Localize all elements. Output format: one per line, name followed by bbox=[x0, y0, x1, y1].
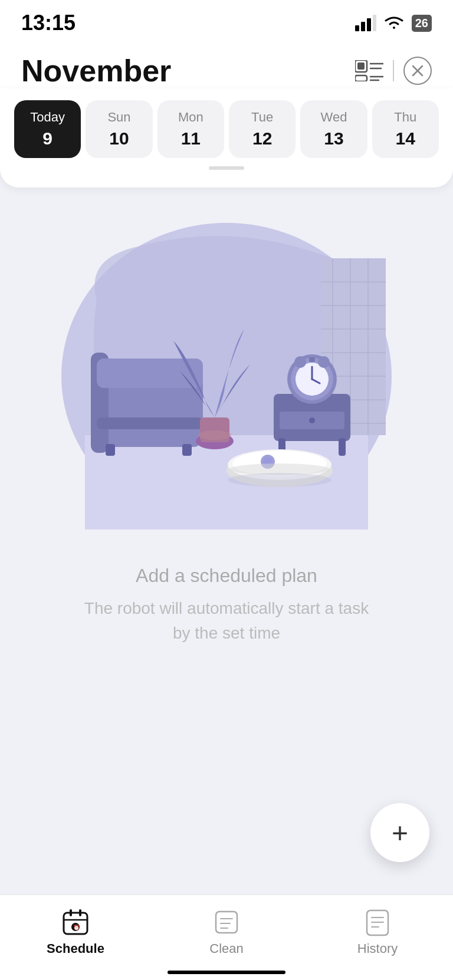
svg-rect-3 bbox=[373, 15, 376, 31]
calendar-day-9[interactable]: Today 9 bbox=[14, 100, 81, 158]
room-illustration bbox=[50, 211, 403, 541]
nav-icon-schedule: ⏰ bbox=[60, 907, 91, 938]
svg-rect-2 bbox=[367, 18, 371, 31]
day-name: Tue bbox=[251, 110, 273, 125]
svg-rect-8 bbox=[355, 75, 367, 81]
svg-point-54 bbox=[228, 473, 331, 487]
nav-item-clean[interactable]: Clean bbox=[151, 907, 302, 956]
nav-icon-clean bbox=[211, 907, 242, 938]
nav-label-history: History bbox=[357, 941, 398, 956]
svg-text:⏰: ⏰ bbox=[73, 924, 80, 931]
signal-icon bbox=[355, 15, 376, 31]
calendar-day-12[interactable]: Tue 12 bbox=[229, 100, 296, 158]
status-time: 13:15 bbox=[21, 11, 76, 35]
svg-point-45 bbox=[294, 356, 306, 368]
main-content: Add a scheduled plan The robot will auto… bbox=[0, 188, 453, 669]
day-number: 12 bbox=[252, 129, 272, 149]
calendar-strip: Today 9 Sun 10 Mon 11 Tue 12 Wed 13 Thu … bbox=[14, 100, 439, 158]
day-number: 13 bbox=[324, 129, 343, 149]
nav-icon-history bbox=[362, 907, 393, 938]
empty-state-description: The robot will automatically start a tas… bbox=[79, 596, 374, 646]
svg-rect-56 bbox=[70, 909, 72, 916]
nav-item-schedule[interactable]: ⏰ Schedule bbox=[0, 907, 151, 956]
illustration-container bbox=[50, 211, 403, 541]
wifi-icon bbox=[383, 15, 405, 31]
day-number: 10 bbox=[109, 129, 129, 149]
day-name: Thu bbox=[394, 110, 416, 125]
svg-point-34 bbox=[198, 430, 231, 440]
nav-label-clean: Clean bbox=[209, 941, 243, 956]
svg-point-46 bbox=[318, 356, 330, 368]
svg-rect-31 bbox=[182, 444, 192, 456]
add-schedule-button[interactable]: + bbox=[370, 803, 429, 862]
svg-rect-47 bbox=[309, 357, 315, 362]
schedule-nav-icon: ⏰ bbox=[60, 907, 91, 938]
nav-item-history[interactable]: History bbox=[302, 907, 453, 956]
nav-label-schedule: Schedule bbox=[47, 941, 104, 956]
calendar-strip-wrapper: Today 9 Sun 10 Mon 11 Tue 12 Wed 13 Thu … bbox=[0, 88, 453, 188]
calendar-day-13[interactable]: Wed 13 bbox=[300, 100, 367, 158]
day-name: Wed bbox=[321, 110, 347, 125]
header-divider bbox=[393, 60, 394, 81]
calendar-day-11[interactable]: Mon 11 bbox=[157, 100, 224, 158]
schedule-toggle-button[interactable] bbox=[355, 60, 383, 81]
page-header: November bbox=[0, 41, 453, 88]
status-bar: 13:15 26 bbox=[0, 0, 453, 41]
status-icons: 26 bbox=[355, 15, 432, 32]
svg-rect-57 bbox=[79, 909, 81, 916]
svg-point-39 bbox=[309, 417, 315, 423]
home-indicator bbox=[168, 971, 285, 974]
day-name: Mon bbox=[178, 110, 203, 125]
close-icon bbox=[411, 64, 425, 78]
strip-handle bbox=[209, 166, 244, 170]
close-button[interactable] bbox=[403, 57, 432, 85]
clean-nav-icon bbox=[211, 907, 242, 938]
bottom-navigation: ⏰ Schedule Clean History bbox=[0, 895, 453, 980]
schedule-list-icon bbox=[355, 60, 383, 81]
day-name: Today bbox=[30, 110, 65, 125]
header-actions bbox=[355, 57, 432, 85]
day-number: 14 bbox=[396, 129, 415, 149]
day-name: Sun bbox=[107, 110, 130, 125]
day-number: 9 bbox=[42, 129, 52, 149]
svg-rect-5 bbox=[357, 63, 365, 70]
svg-rect-1 bbox=[361, 22, 365, 31]
day-number: 11 bbox=[181, 129, 201, 149]
battery-icon: 26 bbox=[412, 15, 432, 32]
history-nav-icon bbox=[362, 907, 393, 938]
empty-state-title: Add a scheduled plan bbox=[136, 565, 317, 587]
calendar-day-10[interactable]: Sun 10 bbox=[86, 100, 152, 158]
svg-rect-30 bbox=[106, 444, 115, 456]
svg-rect-0 bbox=[355, 25, 359, 31]
svg-rect-61 bbox=[216, 912, 237, 933]
calendar-day-14[interactable]: Thu 14 bbox=[372, 100, 439, 158]
svg-rect-37 bbox=[339, 438, 346, 456]
svg-rect-29 bbox=[97, 417, 203, 429]
month-title: November bbox=[21, 53, 171, 88]
